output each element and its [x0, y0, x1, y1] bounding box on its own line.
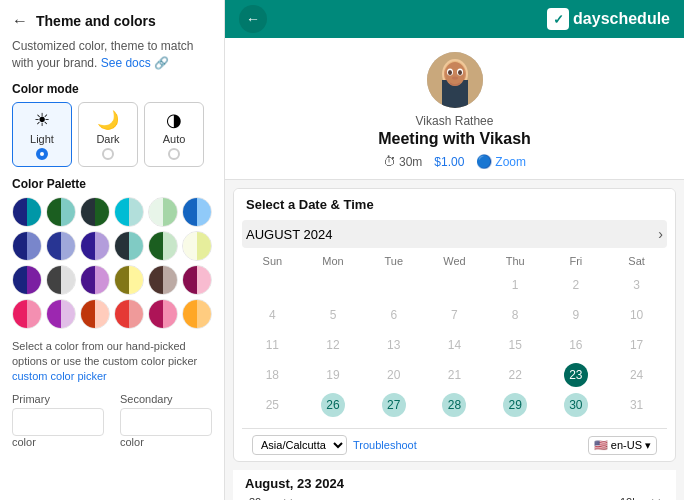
- calendar-day: 4: [242, 300, 303, 330]
- calendar-day: 16: [546, 330, 607, 360]
- duration-select[interactable]: 30m ▾: [245, 495, 296, 500]
- calendar-day: 25: [242, 390, 303, 420]
- calendar-day[interactable]: 26: [303, 390, 364, 420]
- palette-swatch[interactable]: [148, 231, 178, 261]
- calendar-day[interactable]: 30: [546, 390, 607, 420]
- language-selector[interactable]: 🇺🇸 en-US ▾: [588, 436, 657, 455]
- calendar-header: AUGUST 2024 ›: [242, 220, 667, 248]
- calendar-section-header: Select a Date & Time: [234, 189, 675, 220]
- selected-date: August, 23 2024: [233, 470, 676, 493]
- palette-swatch[interactable]: [114, 231, 144, 261]
- palette-swatch[interactable]: [12, 265, 42, 295]
- calendar-day: 11: [242, 330, 303, 360]
- cal-day-header: Wed: [424, 252, 485, 270]
- back-arrow-icon[interactable]: ←: [12, 12, 28, 30]
- palette-swatch[interactable]: [80, 265, 110, 295]
- secondary-color-col: Secondary color: [120, 393, 212, 451]
- palette-swatch[interactable]: [114, 299, 144, 329]
- calendar-day: 19: [303, 360, 364, 390]
- palette-grid: [12, 197, 212, 329]
- calendar-day: 17: [606, 330, 667, 360]
- cal-next-btn[interactable]: ›: [658, 226, 663, 242]
- palette-swatch[interactable]: [46, 197, 76, 227]
- calendar-day[interactable]: 28: [424, 390, 485, 420]
- calendar-day: 2: [546, 270, 607, 300]
- mode-auto-radio[interactable]: [168, 148, 180, 160]
- calendar-grid: SunMonTueWedThuFriSat 123456789101112131…: [242, 252, 667, 420]
- time-format-select[interactable]: 12h ▾: [616, 495, 664, 500]
- panel-title: Theme and colors: [36, 13, 156, 29]
- palette-swatch[interactable]: [182, 197, 212, 227]
- palette-swatch[interactable]: [148, 265, 178, 295]
- options-row: 30m ▾ 12h ▾: [233, 493, 676, 500]
- palette-swatch[interactable]: [148, 197, 178, 227]
- host-name: Vikash Rathee: [416, 114, 494, 128]
- svg-point-9: [458, 70, 462, 75]
- palette-swatch[interactable]: [46, 265, 76, 295]
- price-meta: $1.00: [434, 155, 464, 169]
- secondary-color-swatch[interactable]: [120, 408, 212, 436]
- color-palette-label: Color Palette: [12, 177, 212, 191]
- right-panel: ← ✓ dayschedule: [225, 0, 684, 500]
- zoom-icon: 🔵: [476, 154, 492, 169]
- calendar-day: 1: [485, 270, 546, 300]
- mode-dark-label: Dark: [96, 133, 119, 145]
- calendar-day: 6: [363, 300, 424, 330]
- mode-light-radio[interactable]: [36, 148, 48, 160]
- secondary-label: Secondary: [120, 393, 212, 405]
- calendar-day: 7: [424, 300, 485, 330]
- secondary-color-sublabel: color: [120, 436, 212, 448]
- cal-day-header: Mon: [303, 252, 364, 270]
- calendar-day: [303, 270, 364, 300]
- duration-meta: ⏱ 30m: [383, 154, 422, 169]
- palette-swatch[interactable]: [46, 231, 76, 261]
- cal-month-label: AUGUST 2024: [246, 227, 332, 242]
- mode-light[interactable]: ☀ Light: [12, 102, 72, 167]
- troubleshoot-button[interactable]: Troubleshoot: [353, 437, 417, 453]
- palette-swatch[interactable]: [80, 231, 110, 261]
- primary-color-col: Primary color: [12, 393, 104, 451]
- palette-swatch[interactable]: [114, 197, 144, 227]
- palette-swatch[interactable]: [182, 231, 212, 261]
- timezone-select[interactable]: Asia/Calcutta: [252, 435, 347, 455]
- calendar-day: 10: [606, 300, 667, 330]
- event-meta: ⏱ 30m $1.00 🔵 Zoom: [383, 154, 526, 169]
- palette-swatch[interactable]: [80, 197, 110, 227]
- calendar-day[interactable]: 29: [485, 390, 546, 420]
- palette-note: Select a color from our hand-picked opti…: [12, 339, 212, 385]
- palette-swatch[interactable]: [182, 299, 212, 329]
- moon-icon: 🌙: [97, 109, 119, 131]
- calendar-day: 9: [546, 300, 607, 330]
- mode-dark-radio[interactable]: [102, 148, 114, 160]
- back-button[interactable]: ←: [239, 5, 267, 33]
- mode-dark[interactable]: 🌙 Dark: [78, 102, 138, 167]
- clock-icon: ⏱: [383, 154, 396, 169]
- palette-swatch[interactable]: [12, 197, 42, 227]
- palette-swatch[interactable]: [148, 299, 178, 329]
- primary-color-sublabel: color: [12, 436, 104, 448]
- calendar-day: 15: [485, 330, 546, 360]
- calendar-day: 24: [606, 360, 667, 390]
- primary-label: Primary: [12, 393, 104, 405]
- cal-day-header: Fri: [546, 252, 607, 270]
- primary-color-swatch[interactable]: [12, 408, 104, 436]
- calendar-day[interactable]: 27: [363, 390, 424, 420]
- calendar-day: [363, 270, 424, 300]
- custom-color-link[interactable]: custom color picker: [12, 370, 107, 382]
- palette-swatch[interactable]: [114, 265, 144, 295]
- palette-swatch[interactable]: [80, 299, 110, 329]
- calendar-day[interactable]: 23: [546, 360, 607, 390]
- mode-auto[interactable]: ◑ Auto: [144, 102, 204, 167]
- palette-swatch[interactable]: [12, 299, 42, 329]
- palette-swatch[interactable]: [46, 299, 76, 329]
- svg-point-8: [448, 70, 452, 75]
- palette-swatch[interactable]: [12, 231, 42, 261]
- calendar-container: AUGUST 2024 › SunMonTueWedThuFriSat 1234…: [234, 220, 675, 428]
- booking-card: Vikash Rathee Meeting with Vikash ⏱ 30m …: [225, 38, 684, 180]
- palette-swatch[interactable]: [182, 265, 212, 295]
- calendar-day: 22: [485, 360, 546, 390]
- color-mode-label: Color mode: [12, 82, 212, 96]
- svg-point-10: [452, 77, 458, 80]
- calendar-bottom-bar: Asia/Calcutta Troubleshoot 🇺🇸 en-US ▾: [242, 428, 667, 461]
- see-docs-link[interactable]: See docs: [101, 56, 151, 70]
